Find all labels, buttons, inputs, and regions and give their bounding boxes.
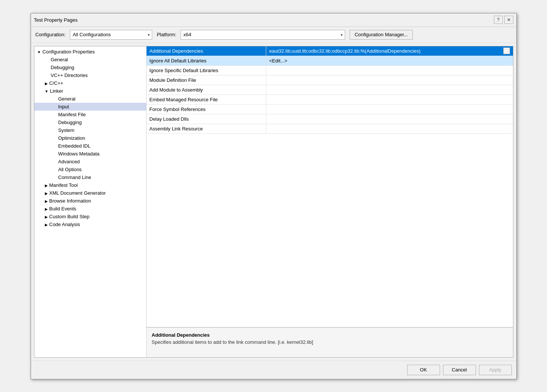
- property-name-add-module-to-assembly: Add Module to Assembly: [147, 85, 266, 95]
- expanded-arrow: [45, 89, 49, 93]
- tree-item-linker-system[interactable]: System: [34, 126, 146, 134]
- tree-item-label: Command Line: [58, 175, 91, 180]
- property-value-add-module-to-assembly[interactable]: [266, 85, 513, 95]
- property-dropdown-arrow-additional-dependencies[interactable]: ▾: [503, 47, 510, 54]
- property-value-force-symbol-references[interactable]: [266, 105, 513, 114]
- property-row-embed-managed-resource-file[interactable]: Embed Managed Resource File: [147, 95, 513, 105]
- tree-item-label: Linker: [50, 88, 63, 94]
- property-row-add-module-to-assembly[interactable]: Add Module to Assembly: [147, 85, 513, 95]
- property-name-force-symbol-references: Force Symbol References: [147, 105, 266, 114]
- property-row-additional-dependencies[interactable]: Additional Dependencieseaut32.lib;uuid.l…: [147, 46, 513, 56]
- tree-item-linker-manifest-file[interactable]: Manifest File: [34, 111, 146, 118]
- help-button[interactable]: ?: [494, 16, 503, 24]
- configuration-select[interactable]: All Configurations: [70, 30, 152, 40]
- title-bar-buttons: ? ✕: [494, 16, 513, 24]
- tree-item-label: C/C++: [49, 80, 64, 86]
- leaf-arrow: [52, 129, 57, 133]
- leaf-arrow: [45, 58, 49, 62]
- tree-item-linker-embedded-idl[interactable]: Embedded IDL: [34, 142, 146, 150]
- tree-item-build-events[interactable]: Build Events: [34, 205, 146, 213]
- property-row-module-definition-file[interactable]: Module Definition File: [147, 75, 513, 85]
- property-value-embed-managed-resource-file[interactable]: [266, 95, 513, 105]
- tree-item-label: XML Document Generator: [49, 190, 106, 196]
- tree-item-linker-advanced[interactable]: Advanced: [34, 158, 146, 166]
- tree-item-label: System: [58, 127, 74, 133]
- tree-item-label: General: [58, 96, 76, 102]
- tree-item-label: Input: [58, 104, 69, 109]
- apply-button[interactable]: Apply: [479, 365, 512, 375]
- tree-item-label: General: [51, 57, 68, 62]
- config-manager-button[interactable]: Configuration Manager...: [350, 30, 412, 40]
- tree-item-label: Manifest File: [58, 112, 86, 117]
- property-name-embed-managed-resource-file: Embed Managed Resource File: [147, 95, 266, 105]
- property-row-force-symbol-references[interactable]: Force Symbol References: [147, 105, 513, 114]
- property-name-module-definition-file: Module Definition File: [147, 75, 266, 85]
- tree-item-linker-debugging[interactable]: Debugging: [34, 118, 146, 126]
- main-content: Configuration PropertiesGeneralDebugging…: [34, 46, 513, 358]
- property-row-ignore-specific-default-libraries[interactable]: Ignore Specific Default Libraries: [147, 66, 513, 75]
- tree-item-label: Build Events: [49, 206, 76, 212]
- tree-item-linker-input[interactable]: Input: [34, 103, 146, 111]
- property-row-assembly-link-resource[interactable]: Assembly Link Resource: [147, 124, 513, 134]
- property-name-ignore-all-default-libraries: Ignore All Default Libraries: [147, 56, 266, 66]
- tree-item-xml-document-generator[interactable]: XML Document Generator: [34, 189, 146, 197]
- tree-item-code-analysis[interactable]: Code Analysis: [34, 220, 146, 228]
- leaf-arrow: [52, 105, 57, 109]
- tree-item-label: Code Analysis: [49, 222, 80, 227]
- property-value-assembly-link-resource[interactable]: [266, 124, 513, 134]
- property-value-module-definition-file[interactable]: [266, 75, 513, 85]
- collapsed-arrow: [45, 191, 48, 195]
- leaf-arrow: [52, 152, 57, 156]
- tree-item-linker-all-options[interactable]: All Options: [34, 166, 146, 173]
- property-value-additional-dependencies[interactable]: eaut32.lib;uuid.lib;odbc32.lib;odbccp32.…: [266, 46, 513, 56]
- tree-item-cpp[interactable]: C/C++: [34, 79, 146, 87]
- description-text: Specifies additional items to add to the…: [152, 339, 508, 345]
- tree-item-debugging[interactable]: Debugging: [34, 64, 146, 71]
- property-value-ignore-all-default-libraries[interactable]: <Edit...>: [266, 56, 513, 66]
- collapsed-arrow: [45, 223, 48, 227]
- tree-item-label: All Options: [58, 167, 82, 172]
- collapsed-arrow: [45, 183, 48, 188]
- tree-item-linker-general[interactable]: General: [34, 95, 146, 103]
- description-panel: Additional Dependencies Specifies additi…: [147, 327, 513, 357]
- tree-item-linker-windows-metadata[interactable]: Windows Metadata: [34, 150, 146, 158]
- tree-item-label: Embedded IDL: [58, 143, 91, 149]
- toolbar-row: Configuration: All Configurations Platfo…: [31, 27, 516, 43]
- tree-item-linker-command-line[interactable]: Command Line: [34, 173, 146, 181]
- property-value-ignore-specific-default-libraries[interactable]: [266, 66, 513, 75]
- tree-item-label: VC++ Directories: [51, 72, 88, 78]
- property-pages-dialog: Test Property Pages ? ✕ Configuration: A…: [31, 13, 517, 379]
- property-value-text-additional-dependencies: eaut32.lib;uuid.lib;odbc32.lib;odbccp32.…: [269, 48, 503, 54]
- tree-item-vc-directories[interactable]: VC++ Directories: [34, 71, 146, 79]
- leaf-arrow: [45, 66, 49, 70]
- property-name-delay-loaded-dlls: Delay Loaded Dlls: [147, 114, 266, 124]
- button-row: OK Cancel Apply: [31, 361, 516, 379]
- close-button[interactable]: ✕: [504, 16, 513, 24]
- tree-item-general[interactable]: General: [34, 56, 146, 64]
- properties-grid: Additional Dependencieseaut32.lib;uuid.l…: [147, 46, 513, 134]
- property-row-delay-loaded-dlls[interactable]: Delay Loaded Dlls: [147, 114, 513, 124]
- expanded-arrow: [37, 50, 41, 54]
- property-value-delay-loaded-dlls[interactable]: [266, 114, 513, 124]
- dialog-title: Test Property Pages: [34, 17, 78, 23]
- ok-button[interactable]: OK: [407, 365, 440, 375]
- tree-item-label: Configuration Properties: [42, 49, 95, 55]
- leaf-arrow: [52, 136, 57, 141]
- tree-item-linker[interactable]: Linker: [34, 87, 146, 95]
- tree-item-label: Browse Information: [49, 198, 91, 204]
- leaf-arrow: [45, 74, 49, 78]
- tree-item-config-props[interactable]: Configuration Properties: [34, 48, 146, 56]
- property-name-additional-dependencies: Additional Dependencies: [147, 46, 266, 56]
- description-title: Additional Dependencies: [152, 332, 508, 338]
- tree-item-label: Windows Metadata: [58, 151, 100, 157]
- leaf-arrow: [52, 168, 57, 172]
- properties-table: Additional Dependencieseaut32.lib;uuid.l…: [147, 46, 513, 327]
- tree-item-custom-build-step[interactable]: Custom Build Step: [34, 213, 146, 220]
- tree-item-linker-optimization[interactable]: Optimization: [34, 134, 146, 142]
- tree-item-browse-information[interactable]: Browse Information: [34, 197, 146, 205]
- cancel-button[interactable]: Cancel: [443, 365, 476, 375]
- platform-select[interactable]: x64: [181, 30, 345, 40]
- platform-label: Platform:: [157, 32, 176, 37]
- tree-item-manifest-tool[interactable]: Manifest Tool: [34, 181, 146, 189]
- property-row-ignore-all-default-libraries[interactable]: Ignore All Default Libraries<Edit...>: [147, 56, 513, 66]
